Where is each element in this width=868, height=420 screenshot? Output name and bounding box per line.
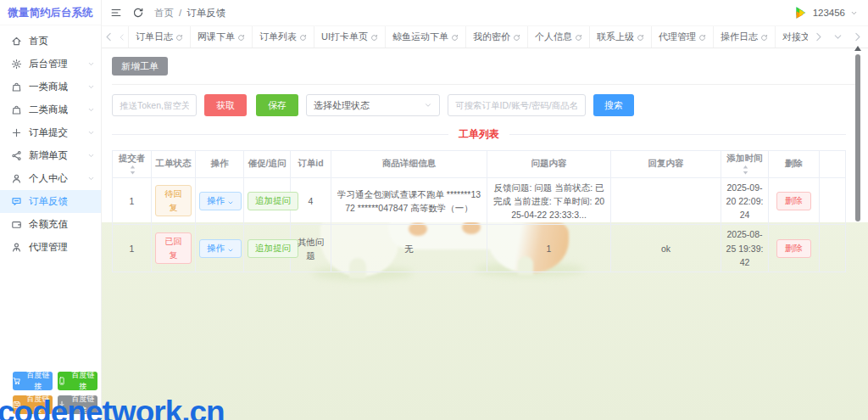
scroll-up-arrow[interactable] [854, 46, 861, 51]
tab-1[interactable]: 订单日志 [128, 26, 191, 48]
divider [112, 84, 858, 85]
sidebar-item-6[interactable]: 新增单页 [0, 144, 101, 167]
tab-label: 对接文档 [782, 31, 808, 43]
list-title-divider: 工单列表 [112, 127, 846, 142]
token-input[interactable] [112, 94, 197, 116]
tab-5[interactable]: 鲸鱼运动下单 [386, 26, 466, 48]
tab-label: 代理管理 [659, 31, 696, 43]
user-icon [11, 173, 22, 184]
tabs-next-icon[interactable] [852, 31, 863, 42]
chevron-down-icon [227, 198, 234, 204]
tab-11[interactable]: 对接文档 [776, 26, 808, 48]
save-token-button[interactable]: 保存 [256, 94, 298, 116]
sidebar-item-label: 二类商城 [29, 104, 68, 116]
tab-refresh-icon[interactable] [637, 33, 644, 41]
tab-refresh-icon[interactable] [237, 33, 245, 41]
sidebar-item-4[interactable]: 二类商城 [0, 98, 101, 121]
breadcrumb-current: 订单反馈 [186, 7, 225, 20]
search-button[interactable]: 搜索 [593, 94, 634, 116]
work-table: 提交者工单状态操作催促/追问订单id商品详细信息问题内容回复内容添加时间删除 1… [112, 150, 846, 272]
sort-icon[interactable] [742, 165, 749, 174]
chevron-down-icon [424, 101, 432, 109]
scrollbar-thumb[interactable] [855, 54, 860, 221]
tab-refresh-icon[interactable] [698, 33, 706, 41]
sidebar-item-9[interactable]: 余额充值 [0, 213, 101, 236]
column-header[interactable]: 提交者 [113, 151, 152, 178]
tabs-scroll-right-icon[interactable] [813, 31, 824, 42]
tab-9[interactable]: 代理管理 [652, 26, 714, 48]
user-menu[interactable]: 123456 [793, 5, 858, 20]
tabs-controls [811, 31, 865, 42]
tab-3[interactable]: 订单列表 [253, 26, 314, 48]
chevron-down-icon [227, 245, 234, 252]
app-title: 微量简约后台系统 [0, 0, 101, 25]
column-header: 回复内容 [611, 151, 721, 178]
sidebar-item-2[interactable]: 后台管理 [0, 53, 101, 76]
tab-refresh-icon[interactable] [451, 33, 459, 41]
new-ticket-button[interactable]: 新增工单 [112, 57, 168, 76]
tab-label: 联系上级 [597, 31, 634, 43]
sidebar-item-8[interactable]: 订单反馈 [0, 190, 101, 213]
sidebar-item-7[interactable]: 个人中心 [0, 167, 101, 190]
cell-product-info: 学习通全包测试查课不跑单 *******1372 ******047847 高等… [331, 177, 487, 225]
wallet-icon [11, 219, 22, 230]
quick-link-button-1[interactable]: 百度链接 [13, 372, 53, 390]
sidebar-item-3[interactable]: 一类商城 [0, 76, 101, 98]
tab-refresh-icon[interactable] [575, 33, 582, 41]
column-header[interactable]: 添加时间 [721, 151, 769, 178]
tabs-menu-icon[interactable] [832, 31, 843, 42]
sidebar-item-1[interactable]: 首页 [0, 30, 101, 53]
sort-icon[interactable] [129, 165, 136, 174]
shop-bag-icon [11, 81, 22, 92]
chevron-down-icon [87, 60, 95, 68]
quick-link-button-3[interactable]: 百度链接 [13, 395, 53, 414]
menu-fold-icon[interactable] [110, 7, 122, 19]
tab-2[interactable]: 网课下单 [191, 26, 253, 48]
feedback-chat-icon [11, 196, 22, 207]
breadcrumb-home[interactable]: 首页 [154, 7, 174, 20]
tab-refresh-icon[interactable] [370, 33, 378, 41]
tab-8[interactable]: 联系上级 [590, 26, 652, 48]
download-icon [58, 400, 66, 409]
chevron-down-icon [87, 175, 95, 182]
status-select[interactable]: 选择处理状态 [306, 94, 440, 116]
tabs-scroll-left-icon[interactable] [103, 31, 114, 42]
tab-label: 鲸鱼运动下单 [392, 31, 448, 43]
gear-icon [11, 59, 22, 70]
delete-button[interactable]: 删除 [776, 192, 811, 210]
topbar: 首页 / 订单反馈 123456 [102, 0, 868, 25]
row-action-button[interactable]: 操作 [199, 239, 242, 258]
tab-6[interactable]: 我的密价 [466, 26, 528, 48]
sidebar-item-label: 订单提交 [29, 126, 68, 139]
sidebar-item-5[interactable]: 订单提交 [0, 121, 101, 144]
search-input[interactable] [448, 94, 586, 116]
sidebar-item-label: 后台管理 [29, 58, 68, 70]
quick-link-button-2[interactable]: 百度链接 [58, 372, 97, 390]
filter-row: 获取 保存 选择处理状态 搜索 [112, 94, 846, 116]
tabs-container: 订单日志网课下单订单列表UI打卡单页鲸鱼运动下单我的密价个人信息联系上级代理管理… [128, 26, 808, 48]
agent-icon [11, 242, 22, 253]
tab-refresh-icon[interactable] [299, 33, 307, 41]
shop-bag-icon [11, 104, 22, 115]
sidebar-item-10[interactable]: 代理管理 [0, 236, 101, 259]
tab-refresh-icon[interactable] [513, 33, 520, 41]
table-row-2: 1已回复操作追加提问其他问题无1ok2025-08-25 19:39:42删除 [113, 225, 846, 272]
tab-10[interactable]: 操作日志 [714, 26, 776, 48]
tab-refresh-icon[interactable] [760, 33, 768, 41]
column-header: 催促/追问 [244, 151, 291, 178]
refresh-icon[interactable] [132, 7, 144, 19]
column-header: 操作 [196, 151, 244, 178]
cart-icon [13, 377, 21, 385]
followup-button[interactable]: 追加提问 [248, 239, 298, 258]
delete-button[interactable]: 删除 [776, 239, 811, 258]
quick-link-button-4[interactable]: 百度链接 [58, 395, 97, 414]
tabs-scroll-left2-icon[interactable] [118, 33, 126, 42]
tab-7[interactable]: 个人信息 [528, 26, 590, 48]
cell-empty [820, 177, 846, 225]
tab-refresh-icon[interactable] [175, 33, 183, 41]
cell-empty [820, 225, 846, 272]
row-action-button[interactable]: 操作 [199, 192, 242, 210]
tab-4[interactable]: UI打卡单页 [314, 26, 386, 48]
get-token-button[interactable]: 获取 [204, 94, 247, 116]
followup-button[interactable]: 追加提问 [248, 192, 298, 210]
